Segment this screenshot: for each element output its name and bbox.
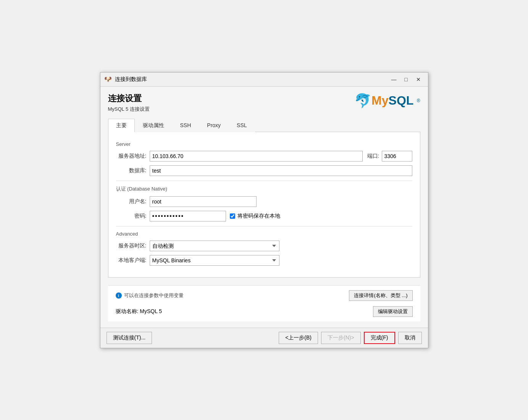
- footer: 测试连接(T)... <上一步(B) 下一步(N)> 完成(F) 取消: [100, 328, 428, 348]
- info-text: 可以在连接参数中使用变量: [124, 292, 184, 299]
- finish-button[interactable]: 完成(F): [364, 332, 395, 344]
- header-text: 连接设置 MySQL 5 连接设置: [108, 93, 150, 113]
- port-group: 端口:: [367, 151, 412, 162]
- advanced-section-title: Advanced: [116, 231, 412, 237]
- tab-ssl[interactable]: SSL: [229, 119, 255, 132]
- client-label: 本地客户端:: [116, 257, 147, 264]
- page-title: 连接设置: [108, 93, 150, 104]
- mysql-logo: 🐬 MySQL ®: [354, 93, 420, 109]
- content-area: 连接设置 MySQL 5 连接设置 🐬 MySQL ® 主要 驱动属性 SSH …: [100, 87, 428, 328]
- tab-ssh[interactable]: SSH: [172, 119, 199, 132]
- app-icon: 🐶: [104, 76, 112, 83]
- header-section: 连接设置 MySQL 5 连接设置 🐬 MySQL ®: [108, 93, 420, 113]
- test-connection-button[interactable]: 测试连接(T)...: [107, 332, 152, 344]
- info-bar: i 可以在连接参数中使用变量 连接详情(名称、类型 ...): [108, 285, 420, 304]
- auth-section-title: 认证 (Database Native): [116, 186, 412, 192]
- divider-1: [116, 181, 412, 181]
- footer-right: <上一步(B) 下一步(N)> 完成(F) 取消: [279, 332, 421, 344]
- database-input[interactable]: [150, 165, 412, 176]
- server-address-row: 服务器地址: 端口:: [116, 151, 412, 162]
- password-input[interactable]: [150, 211, 226, 221]
- username-input[interactable]: [150, 196, 257, 207]
- database-row: 数据库:: [116, 165, 412, 176]
- tabs-bar: 主要 驱动属性 SSH Proxy SSL: [108, 119, 420, 132]
- timezone-row: 服务器时区: 自动检测: [116, 241, 412, 251]
- cancel-button[interactable]: 取消: [398, 332, 422, 344]
- edit-driver-button[interactable]: 编辑驱动设置: [373, 306, 413, 317]
- window-title: 连接到数据库: [115, 76, 147, 83]
- port-label: 端口:: [367, 153, 379, 160]
- minimize-button[interactable]: —: [388, 75, 400, 84]
- close-button[interactable]: ✕: [413, 75, 424, 84]
- form-area: Server 服务器地址: 端口: 数据库: 认证 (Database Nati…: [108, 132, 420, 278]
- timezone-select[interactable]: 自动检测: [150, 241, 279, 251]
- client-select[interactable]: MySQL Binaries: [150, 255, 279, 266]
- title-bar-controls: — □ ✕: [388, 75, 424, 84]
- dolphin-icon: 🐬: [354, 93, 371, 109]
- database-label: 数据库:: [116, 167, 147, 174]
- logo-my: MySQL: [371, 94, 417, 107]
- title-bar-left: 🐶 连接到数据库: [104, 76, 147, 83]
- timezone-label: 服务器时区:: [116, 242, 147, 249]
- username-label: 用户名:: [116, 198, 147, 205]
- maximize-button[interactable]: □: [400, 75, 412, 84]
- driver-name-label: 驱动名称: MySQL 5: [116, 308, 162, 315]
- password-group: 将密码保存在本地: [150, 211, 412, 221]
- username-row: 用户名:: [116, 196, 412, 207]
- save-password-checkbox[interactable]: [230, 213, 235, 219]
- prev-button[interactable]: <上一步(B): [279, 332, 318, 344]
- title-bar: 🐶 连接到数据库 — □ ✕: [100, 73, 428, 87]
- server-section-title: Server: [116, 141, 412, 147]
- address-label: 服务器地址:: [116, 153, 147, 160]
- main-window: 🐶 连接到数据库 — □ ✕ 连接设置 MySQL 5 连接设置 🐬 MySQL…: [100, 72, 428, 348]
- divider-2: [116, 226, 412, 226]
- tab-driver[interactable]: 驱动属性: [135, 119, 172, 132]
- address-input[interactable]: [150, 151, 363, 162]
- footer-left: 测试连接(T)...: [107, 332, 152, 344]
- info-icon: i: [116, 292, 122, 299]
- logo-suffix: ®: [417, 98, 420, 103]
- next-button[interactable]: 下一步(N)>: [321, 332, 361, 344]
- save-password-row: 将密码保存在本地: [230, 213, 280, 220]
- connection-details-button[interactable]: 连接详情(名称、类型 ...): [349, 290, 412, 301]
- save-password-label: 将密码保存在本地: [237, 213, 280, 220]
- page-description: MySQL 5 连接设置: [108, 106, 150, 113]
- port-input[interactable]: [382, 151, 412, 162]
- tab-main[interactable]: 主要: [108, 119, 135, 132]
- mysql-logo-text: MySQL ®: [371, 94, 420, 108]
- info-left: i 可以在连接参数中使用变量: [116, 292, 184, 299]
- client-row: 本地客户端: MySQL Binaries: [116, 255, 412, 266]
- password-row: 密码: 将密码保存在本地: [116, 211, 412, 221]
- password-label: 密码:: [116, 213, 147, 220]
- driver-bar: 驱动名称: MySQL 5 编辑驱动设置: [108, 304, 420, 321]
- tab-proxy[interactable]: Proxy: [199, 119, 229, 132]
